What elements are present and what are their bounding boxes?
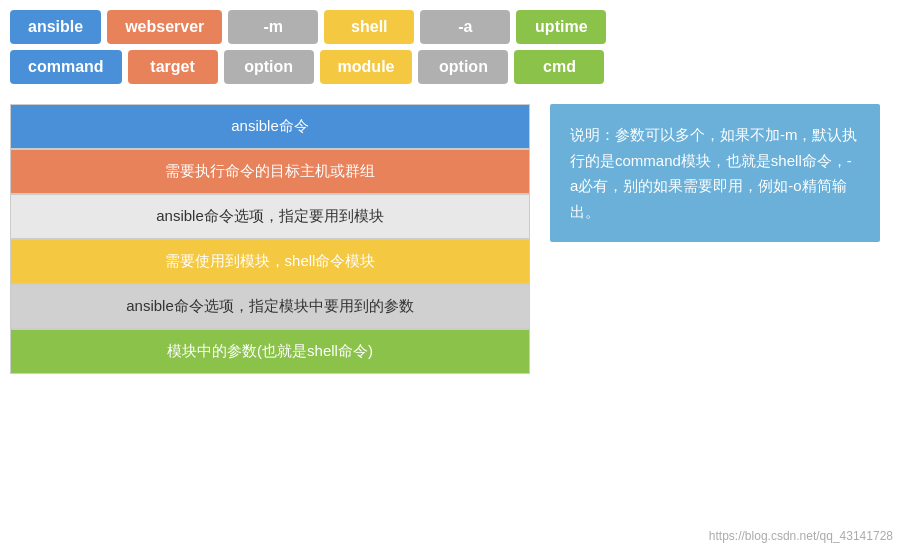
tag-target: target	[128, 50, 218, 84]
tag-cmd: cmd	[514, 50, 604, 84]
description-panel: ansible命令 需要执行命令的目标主机或群组 ansible命令选项，指定要…	[10, 104, 530, 374]
label-row: command target option module option cmd	[10, 50, 913, 84]
tag-command: command	[10, 50, 122, 84]
tag-uptime: uptime	[516, 10, 606, 44]
desc-option2: ansible命令选项，指定模块中要用到的参数	[10, 284, 530, 329]
command-row: ansible webserver -m shell -a uptime	[10, 10, 913, 44]
tag-shell: shell	[324, 10, 414, 44]
tag-webserver: webserver	[107, 10, 222, 44]
desc-cmd: 模块中的参数(也就是shell命令)	[10, 329, 530, 374]
desc-option1: ansible命令选项，指定要用到模块	[10, 194, 530, 239]
page-wrapper: ansible webserver -m shell -a uptime com…	[10, 10, 913, 543]
tag-option2: option	[418, 50, 508, 84]
desc-ansible: ansible命令	[10, 104, 530, 149]
note-panel: 说明：参数可以多个，如果不加-m，默认执行的是command模块，也就是shel…	[550, 104, 880, 242]
tag-a: -a	[420, 10, 510, 44]
desc-target: 需要执行命令的目标主机或群组	[10, 149, 530, 194]
top-section: ansible webserver -m shell -a uptime com…	[10, 10, 913, 84]
watermark: https://blog.csdn.net/qq_43141728	[709, 529, 893, 543]
desc-module: 需要使用到模块，shell命令模块	[10, 239, 530, 284]
tag-module: module	[320, 50, 413, 84]
tag-option1: option	[224, 50, 314, 84]
tag-ansible: ansible	[10, 10, 101, 44]
note-text: 说明：参数可以多个，如果不加-m，默认执行的是command模块，也就是shel…	[570, 126, 858, 220]
main-section: ansible命令 需要执行命令的目标主机或群组 ansible命令选项，指定要…	[10, 104, 913, 374]
tag-m: -m	[228, 10, 318, 44]
